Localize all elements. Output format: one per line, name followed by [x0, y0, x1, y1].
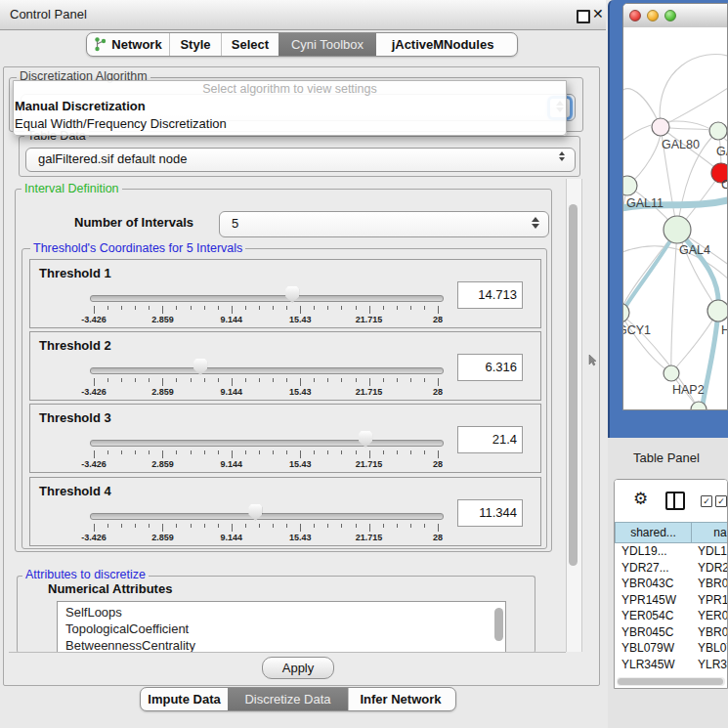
zoom-traffic-light[interactable]	[664, 10, 676, 21]
slider-track[interactable]	[90, 440, 444, 447]
slider-tick	[369, 524, 370, 532]
slider-tick-label: 9.144	[221, 533, 243, 542]
column-header-shared-name[interactable]: shared...	[615, 522, 692, 543]
node-partial-top-right[interactable]	[709, 122, 727, 140]
table-row[interactable]: YBR043CYBR04	[615, 576, 728, 592]
slider-tick	[369, 378, 370, 386]
tab-network[interactable]: Network	[87, 33, 169, 56]
scrollbar-thumb[interactable]	[618, 678, 723, 685]
apply-button[interactable]: Apply	[262, 657, 334, 679]
node-gal11[interactable]	[623, 176, 637, 195]
slider-tick	[135, 378, 136, 382]
node-label-gal80: GAL80	[662, 138, 700, 151]
column-layout-icon[interactable]	[665, 492, 685, 510]
threshold-1-value-field[interactable]: 14.713	[457, 281, 523, 309]
network-graph: GAL80 GA C GAL11 GAL4 GCY1 H HAP2	[623, 27, 728, 410]
attributes-list-scrollbar[interactable]	[494, 608, 503, 641]
slider-tick	[149, 306, 150, 310]
slider-tick-label: 2.859	[151, 387, 174, 397]
table-row[interactable]: YDL19...YDL19	[615, 543, 728, 560]
table-row[interactable]: YER054CYER05	[615, 608, 728, 624]
panel-vertical-scrollbar[interactable]	[566, 179, 582, 652]
node-label-partial-mid-right: C	[721, 178, 728, 192]
tab-discretize-data-label: Discretize Data	[244, 692, 330, 707]
slider-tick	[273, 306, 274, 310]
tab-style[interactable]: Style	[169, 33, 221, 56]
close-traffic-light[interactable]	[629, 10, 641, 21]
dropdown-option-equal-width[interactable]: Equal Width/Frequency Discretization	[14, 115, 566, 133]
cell-name: YDR27	[698, 561, 728, 575]
gear-icon[interactable]: ⚙	[633, 489, 648, 509]
close-icon[interactable]: ✕	[592, 6, 604, 21]
threshold-3-value-field[interactable]: 21.4	[457, 426, 523, 453]
node-label-gal4: GAL4	[679, 243, 710, 257]
column-header-name[interactable]: na	[691, 522, 728, 543]
slider-track[interactable]	[90, 367, 444, 374]
slider-tick	[121, 450, 122, 454]
node-gal80[interactable]	[652, 118, 669, 136]
table-row[interactable]: YDR27...YDR27	[615, 560, 728, 577]
tab-discretize-data[interactable]: Discretize Data	[228, 688, 348, 710]
tab-infer-network[interactable]: Infer Network	[348, 688, 452, 710]
checkbox-icon-2[interactable]: ✓	[715, 495, 727, 507]
network-window-titlebar[interactable]	[623, 4, 727, 28]
numerical-attributes-list[interactable]: SelfLoopsTopologicalCoefficientBetweenne…	[57, 601, 506, 653]
tab-select[interactable]: Select	[221, 33, 278, 56]
slider-tick-label: 15.43	[289, 533, 312, 542]
table-row[interactable]: YPR145WYPR14	[615, 592, 728, 609]
slider-tick	[424, 306, 425, 310]
node-partial-low-right[interactable]	[707, 300, 728, 321]
threshold-4-value-field[interactable]: 11.344	[457, 499, 523, 527]
threshold-panel-3: Threshold 3 -3.4262.8599.14415.4321.7152…	[29, 404, 541, 473]
slider-tick	[232, 524, 233, 532]
slider-tick	[149, 378, 150, 382]
node-label-partial-top-right: GA	[716, 145, 728, 158]
slider-track[interactable]	[90, 295, 444, 302]
tab-cyni-toolbox[interactable]: Cyni Toolbox	[278, 33, 376, 56]
stepper-down-icon	[559, 157, 565, 161]
attribute-list-item[interactable]: SelfLoops	[58, 604, 505, 621]
node-gal4[interactable]	[664, 216, 691, 243]
table-horizontal-scrollbar[interactable]	[617, 677, 725, 686]
table-row[interactable]: YLR345WYLR34	[615, 657, 728, 671]
slider-tick-label: 15.43	[289, 387, 312, 397]
slider-track[interactable]	[90, 513, 444, 520]
table-row[interactable]: YBR045CYBR04	[615, 624, 728, 641]
table-panel-title: Table Panel	[633, 450, 700, 465]
table-panel-section: Table Panel ⚙ ✓ ✓ shared... na YDL19...Y…	[608, 438, 728, 728]
tab-impute-data[interactable]: Impute Data	[141, 688, 228, 710]
slider-tick	[176, 450, 177, 454]
network-canvas[interactable]: GAL80 GA C GAL11 GAL4 GCY1 H HAP2	[623, 27, 728, 410]
network-icon	[94, 37, 107, 52]
attributes-group-title: Attributes to discretize	[22, 568, 149, 581]
threshold-2-value-field[interactable]: 6.316	[457, 354, 523, 381]
slider-tick-label: 9.144	[221, 387, 243, 397]
scrollbar-thumb[interactable]	[569, 204, 578, 566]
screenshot-root: Control Panel ✕ Network Style Select Cyn…	[0, 0, 728, 728]
checkbox-icon-1[interactable]: ✓	[701, 495, 712, 507]
float-window-icon[interactable]	[577, 10, 590, 23]
tab-jactivemnodules[interactable]: jActiveMNodules	[376, 33, 509, 56]
slider-tick	[107, 450, 108, 454]
minimize-traffic-light[interactable]	[647, 10, 659, 21]
slider-tick	[438, 524, 439, 532]
node-gcy1[interactable]	[623, 303, 629, 322]
slider-tick-label: 2.859	[151, 315, 174, 324]
number-of-intervals-combo[interactable]: 5	[219, 211, 549, 237]
node-hap2[interactable]	[664, 365, 679, 381]
table-data-combo-stepper[interactable]	[557, 151, 567, 161]
dropdown-option-manual[interactable]: Manual Discretization	[14, 98, 566, 115]
attribute-list-item[interactable]: BetweennessCentrality	[58, 637, 505, 653]
slider-tick	[286, 524, 287, 528]
number-of-intervals-stepper[interactable]	[531, 217, 540, 229]
cell-shared-name: YER054C	[621, 609, 673, 622]
slider-tick	[327, 306, 328, 310]
threshold-panel-1: Threshold 1 -3.4262.8599.14415.4321.7152…	[29, 259, 541, 328]
slider-tick	[424, 378, 425, 382]
slider-tick	[176, 306, 177, 310]
slider-tick-label: 9.144	[221, 459, 243, 469]
table-row[interactable]: YBL079WYBL07	[615, 640, 728, 657]
attribute-list-item[interactable]: TopologicalCoefficient	[58, 621, 505, 637]
slider-tick	[245, 378, 246, 382]
table-data-combo[interactable]: galFiltered.sif default node	[25, 148, 576, 172]
